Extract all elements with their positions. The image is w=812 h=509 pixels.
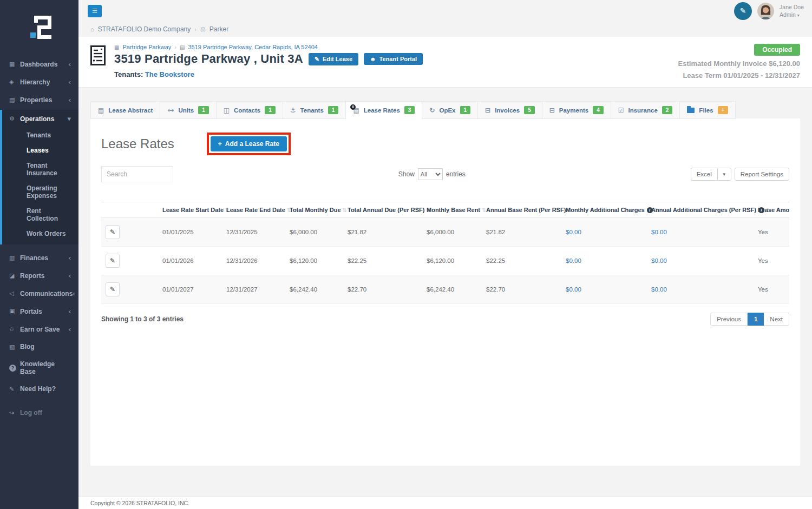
sidebar-item-label: Portals xyxy=(20,308,69,315)
column-start-date[interactable]: Lease Rate Start Date⇅ xyxy=(158,202,222,218)
sidebar-item-log-off[interactable]: ↪ Log off xyxy=(0,404,78,421)
sidebar-item-leases[interactable]: Leases xyxy=(2,143,78,158)
key-icon: ⊶ xyxy=(167,107,174,114)
sidebar-item-operations[interactable]: ⚙ Operations ▾ xyxy=(2,110,78,128)
property-link[interactable]: Partridge Parkway xyxy=(122,44,171,50)
tab-badge: 1 xyxy=(265,106,276,114)
next-page-button[interactable]: Next xyxy=(764,313,789,326)
chat-pencil-icon: ✎ xyxy=(740,6,746,15)
tab-files[interactable]: Files + xyxy=(679,101,736,119)
help-chat-button[interactable]: ✎ xyxy=(734,2,752,20)
sidebar-item-blog[interactable]: ▧ Blog xyxy=(0,338,78,355)
stratafolio-logo xyxy=(0,0,78,55)
column-annual-base-rent[interactable]: Annual Base Rent (Per RSF)⇅ xyxy=(482,202,561,218)
tenant-portal-button[interactable]: ☻ Tenant Portal xyxy=(364,53,423,65)
edit-lease-button[interactable]: ✎ Edit Lease xyxy=(309,53,358,65)
cell-lease-amount-confirmed: Yes xyxy=(754,218,789,247)
sidebar-item-portals[interactable]: ▣ Portals ‹ xyxy=(0,302,78,320)
sidebar-item-earn-or-save[interactable]: ✩ Earn or Save ‹ xyxy=(0,320,78,338)
sidebar-item-hierarchy[interactable]: ◈ Hierarchy ‹ xyxy=(0,73,78,91)
tab-lease-abstract[interactable]: ▤ Lease Abstract xyxy=(90,101,160,119)
sidebar-item-operating-expenses[interactable]: Operating Expenses xyxy=(2,181,78,203)
column-annual-additional-charges[interactable]: Annual Additional Charges (Per RSF)i⇅ xyxy=(647,202,754,218)
logo-icon xyxy=(25,13,54,41)
cell-start-date: 01/01/2025 xyxy=(158,218,222,247)
tenants-line: Tenants: The Bookstore xyxy=(114,70,423,78)
properties-icon: ▤ xyxy=(9,96,20,103)
contact-card-icon: ◫ xyxy=(224,107,230,114)
sidebar-item-need-help[interactable]: ✎ Need Help? xyxy=(0,380,78,398)
tab-invoices[interactable]: ⊟ Invoices 5 xyxy=(477,101,542,119)
main-area: ☰ ✎ Jane Doe Admin xyxy=(78,0,812,509)
menu-toggle-button[interactable]: ☰ xyxy=(88,5,102,17)
column-end-date[interactable]: Lease Rate End Date⇅ xyxy=(222,202,285,218)
tab-units[interactable]: ⊶ Units 1 xyxy=(160,101,215,119)
page-1-button[interactable]: 1 xyxy=(748,313,764,326)
sidebar-item-knowledge-base[interactable]: ? Knowledge Base xyxy=(0,355,78,380)
add-lease-rate-button[interactable]: + Add a Lease Rate xyxy=(211,136,287,151)
sidebar-item-properties[interactable]: ▤ Properties ‹ xyxy=(0,91,78,109)
user-name: Jane Doe xyxy=(780,3,804,11)
tab-bar: ▤ Lease Abstract ⊶ Units 1 ◫ Contacts 1 … xyxy=(90,101,800,119)
sidebar-item-finances[interactable]: ▥ Finances ‹ xyxy=(0,249,78,267)
column-lease-amount-confirmed[interactable]: Lease Amount Confirmed xyxy=(754,202,789,218)
folder-icon xyxy=(687,108,695,113)
breadcrumb-entity-link[interactable]: Parker xyxy=(209,25,228,33)
show-entries-select[interactable]: All xyxy=(418,168,443,180)
search-input[interactable] xyxy=(101,166,173,182)
edit-row-button[interactable]: ✎ xyxy=(106,282,120,296)
lease-rates-table-wrap: Lease Rate Start Date⇅ Lease Rate End Da… xyxy=(101,202,789,304)
report-settings-button[interactable]: Report Settings xyxy=(735,168,789,181)
dashboards-icon: ▦ xyxy=(9,61,20,68)
column-monthly-additional-charges[interactable]: Monthly Additional Chargesi⇅ xyxy=(561,202,647,218)
pencil-icon: ✎ xyxy=(315,56,319,63)
avatar[interactable] xyxy=(757,3,774,19)
property-breadcrumb: ▦ Partridge Parkway › ▤ 3519 Partridge P… xyxy=(114,44,423,50)
chevron-left-icon: ‹ xyxy=(69,272,71,280)
entries-summary: Showing 1 to 3 of 3 entries xyxy=(101,315,184,323)
sidebar-item-work-orders[interactable]: Work Orders xyxy=(2,226,78,241)
tab-insurance[interactable]: ☑ Insurance 2 xyxy=(611,101,680,119)
excel-dropdown-button[interactable]: ▼ xyxy=(717,168,731,181)
cell-annual-additional-charges[interactable]: $0.00 xyxy=(647,218,754,247)
sidebar-item-communications[interactable]: ◁ Communications ‹ xyxy=(0,285,78,302)
cell-monthly-additional-charges[interactable]: $0.00 xyxy=(561,247,647,275)
breadcrumb-company-link[interactable]: STRATAFOLIO Demo Company xyxy=(98,25,191,33)
cell-end-date: 12/31/2027 xyxy=(222,275,285,304)
column-monthly-base-rent[interactable]: Monthly Base Rent⇅ xyxy=(422,202,482,218)
table-footer: Showing 1 to 3 of 3 entries Previous 1 N… xyxy=(101,313,789,326)
edit-row-button[interactable]: ✎ xyxy=(106,225,120,239)
edit-row-button[interactable]: ✎ xyxy=(106,254,120,268)
excel-export-button[interactable]: Excel xyxy=(691,168,717,181)
tab-opex[interactable]: ↻ OpEx 1 xyxy=(422,101,477,119)
tab-contacts[interactable]: ◫ Contacts 1 xyxy=(216,101,283,119)
cell-annual-additional-charges[interactable]: $0.00 xyxy=(647,247,754,275)
column-total-monthly-due[interactable]: Total Monthly Due⇅ xyxy=(285,202,343,218)
cell-monthly-additional-charges[interactable]: $0.00 xyxy=(561,218,647,247)
building-icon: ▦ xyxy=(114,44,119,50)
sidebar-item-reports[interactable]: ◪ Reports ‹ xyxy=(0,267,78,285)
tab-lease-rates[interactable]: ▤ 0 Lease Rates 3 xyxy=(345,101,422,119)
chat-pencil-icon: ✎ xyxy=(9,386,20,393)
user-role-dropdown[interactable]: Admin ▾ xyxy=(780,11,804,19)
unit-link[interactable]: 3519 Partridge Parkway, Cedar Rapids, IA… xyxy=(188,44,318,50)
cell-monthly-additional-charges[interactable]: $0.00 xyxy=(561,275,647,304)
tab-payments[interactable]: ⊟ Payments 4 xyxy=(542,101,611,119)
sidebar-item-tenants[interactable]: Tenants xyxy=(2,128,78,143)
sidebar-item-rent-collection[interactable]: Rent Collection xyxy=(2,203,78,226)
tab-badge: 1 xyxy=(328,106,339,114)
sidebar-item-dashboards[interactable]: ▦ Dashboards ‹ xyxy=(0,55,78,73)
sidebar-item-label: Knowledge Base xyxy=(20,360,71,375)
tenant-link[interactable]: The Bookstore xyxy=(145,70,194,78)
chevron-left-icon: ‹ xyxy=(69,325,71,333)
tab-tenants[interactable]: ⚓ Tenants 1 xyxy=(283,101,346,119)
copyright-text: Copyright © 2026 STRATAFOLIO, INC. xyxy=(90,500,189,506)
pencil-icon: ✎ xyxy=(110,257,115,265)
property-header: ▦ Partridge Parkway › ▤ 3519 Partridge P… xyxy=(78,37,812,88)
sidebar-item-tenant-insurance[interactable]: Tenant Insurance xyxy=(2,158,78,181)
previous-page-button[interactable]: Previous xyxy=(710,313,748,326)
chevron-down-icon: ▾ xyxy=(67,115,71,123)
cell-annual-additional-charges[interactable]: $0.00 xyxy=(647,275,754,304)
sidebar-item-label: Blog xyxy=(20,343,71,351)
column-total-annual-due[interactable]: Total Annual Due (Per RSF)⇅ xyxy=(343,202,422,218)
